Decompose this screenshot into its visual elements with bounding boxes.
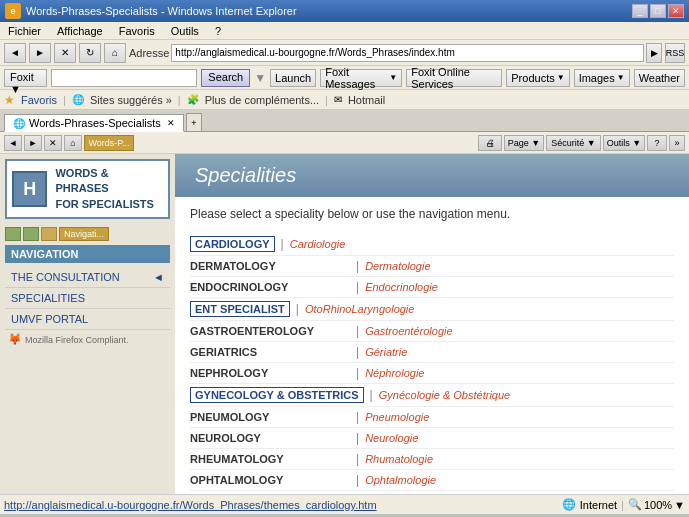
nav-active-tab: Words-P... (84, 135, 134, 151)
puzzle-icon: 🧩 (187, 94, 199, 105)
foxit-messages-button[interactable]: Foxit Messages ▼ (320, 69, 402, 87)
minimize-button[interactable]: _ (632, 4, 648, 18)
list-item: ENDOCRINOLOGY | Endocrinologie (190, 277, 674, 298)
foxit-button[interactable]: Foxit ▼ (4, 69, 47, 87)
consultation-label: THE CONSULTATION (11, 271, 120, 283)
spec-divider: | (356, 366, 359, 380)
spec-en-link[interactable]: CARDIOLOGY (190, 236, 275, 252)
spec-en-link[interactable]: ENT SPECIALIST (190, 301, 290, 317)
logo-box: H WORDS & PHRASES FOR SPECIALISTS (5, 159, 170, 219)
menu-help[interactable]: ? (212, 24, 224, 38)
separator2: | (178, 94, 181, 106)
window-controls[interactable]: _ □ ✕ (632, 4, 684, 18)
maximize-button[interactable]: □ (650, 4, 666, 18)
nav-left-button[interactable]: ◄ (4, 135, 22, 151)
spec-fr: Endocrinologie (365, 281, 438, 293)
search-toolbar: Foxit ▼ Search ▼ Launch Foxit Messages ▼… (0, 66, 689, 90)
back-button[interactable]: ◄ (4, 43, 26, 63)
logo-line1: WORDS & PHRASES (55, 166, 163, 197)
menu-outils[interactable]: Outils (168, 24, 202, 38)
refresh-button[interactable]: ↻ (79, 43, 101, 63)
tools-button[interactable]: Outils ▼ (603, 135, 645, 151)
nav-right-button[interactable]: ► (24, 135, 42, 151)
list-item: PNEUMOLOGY | Pneumologie (190, 407, 674, 428)
launch-label: Launch (275, 72, 311, 84)
hotmail-label[interactable]: Hotmail (348, 94, 385, 106)
tab-bar: 🌐 Words-Phrases-Specialists ✕ + (0, 110, 689, 132)
launch-button[interactable]: Launch (270, 69, 316, 87)
nav-close-button[interactable]: ✕ (44, 135, 62, 151)
weather-button[interactable]: Weather (634, 69, 685, 87)
address-label: Adresse (129, 47, 169, 59)
images-button[interactable]: Images ▼ (574, 69, 630, 87)
rss-button[interactable]: RSS (665, 43, 685, 63)
security-button[interactable]: Sécurité ▼ (546, 135, 601, 151)
menu-fichier[interactable]: Fichier (5, 24, 44, 38)
list-item: DERMATOLOGY | Dermatologie (190, 256, 674, 277)
zoom-control[interactable]: 🔍 100% ▼ (628, 498, 685, 511)
color-box-1 (5, 227, 21, 241)
spec-fr: Rhumatologie (365, 453, 433, 465)
logo-line2: FOR SPECIALISTS (55, 197, 163, 212)
go-button[interactable]: ▶ (646, 43, 662, 63)
ie-icon-small: 🌐 (72, 94, 84, 105)
content-area: Specialities Please select a speciality … (175, 154, 689, 494)
products-button[interactable]: Products ▼ (506, 69, 569, 87)
tab-words-phrases[interactable]: 🌐 Words-Phrases-Specialists ✕ (4, 114, 184, 132)
menu-affichage[interactable]: Affichage (54, 24, 106, 38)
search-button[interactable]: Search (201, 69, 250, 87)
sidebar-link-umvf[interactable]: UMVF PORTAL (5, 309, 170, 330)
extra-button[interactable]: » (669, 135, 685, 151)
menu-bar: Fichier Affichage Favoris Outils ? (0, 22, 689, 40)
more-addons[interactable]: Plus de compléments... (205, 94, 319, 106)
new-tab-button[interactable]: + (186, 113, 202, 131)
consultation-arrow: ◄ (153, 271, 164, 283)
spec-divider: | (356, 324, 359, 338)
nav-header: NAVIGATION (5, 245, 170, 263)
sidebar-link-specialities[interactable]: SPECIALITIES (5, 288, 170, 309)
foxit-online-label: Foxit Online Services (411, 66, 497, 90)
zone-label: Internet (580, 499, 617, 511)
internet-icon: 🌐 (562, 498, 576, 511)
tab-close[interactable]: ✕ (167, 118, 175, 128)
list-item: ENT SPECIALIST | OtoRhinoLaryngologie (190, 298, 674, 321)
help-button[interactable]: ? (647, 135, 667, 151)
close-button[interactable]: ✕ (668, 4, 684, 18)
sidebar-link-consultation[interactable]: THE CONSULTATION ◄ (5, 267, 170, 288)
search-label: Search (208, 71, 243, 83)
tab-ie-icon: 🌐 (13, 118, 25, 129)
foxit-label: Foxit (10, 71, 34, 83)
spec-en: NEPHROLOGY (190, 367, 350, 379)
spec-fr: Néphrologie (365, 367, 424, 379)
list-item: GYNECOLOGY & OBSTETRICS | Gynécologie & … (190, 384, 674, 407)
stop-button[interactable]: ✕ (54, 43, 76, 63)
title-bar: e Words-Phrases-Specialists - Windows In… (0, 0, 689, 22)
menu-favoris[interactable]: Favoris (116, 24, 158, 38)
foxit-online-button[interactable]: Foxit Online Services (406, 69, 502, 87)
print-button[interactable]: 🖨 (478, 135, 502, 151)
forward-button[interactable]: ► (29, 43, 51, 63)
umvf-label: UMVF PORTAL (11, 313, 88, 325)
nav-home-button[interactable]: ⌂ (64, 135, 82, 151)
page-button[interactable]: Page ▼ (504, 135, 544, 151)
status-bar: http://anglaismedical.u-bourgogne.fr/Wor… (0, 494, 689, 514)
zoom-icon: 🔍 (628, 498, 642, 511)
suggested-sites[interactable]: Sites suggérés » (90, 94, 172, 106)
spec-divider: | (356, 410, 359, 424)
images-label: Images (579, 72, 615, 84)
spec-fr: Cardiologie (290, 238, 346, 250)
spec-en: RHEUMATOLOGY (190, 453, 350, 465)
color-box-2 (23, 227, 39, 241)
mozilla-text: Mozilla Firefox Compliant. (25, 335, 129, 345)
address-input[interactable] (171, 44, 644, 62)
home-button[interactable]: ⌂ (104, 43, 126, 63)
spec-fr: Gynécologie & Obstétrique (379, 389, 510, 401)
separator1: | (63, 94, 66, 106)
search-input[interactable] (51, 69, 197, 87)
favoris-label[interactable]: Favoris (21, 94, 57, 106)
spec-en-link[interactable]: GYNECOLOGY & OBSTETRICS (190, 387, 364, 403)
instruction-text: Please select a speciality below or use … (190, 207, 674, 221)
spec-en: NEUROLOGY (190, 432, 350, 444)
status-url[interactable]: http://anglaismedical.u-bourgogne.fr/Wor… (4, 499, 377, 511)
navigation-tab: Navigati... (59, 227, 109, 241)
